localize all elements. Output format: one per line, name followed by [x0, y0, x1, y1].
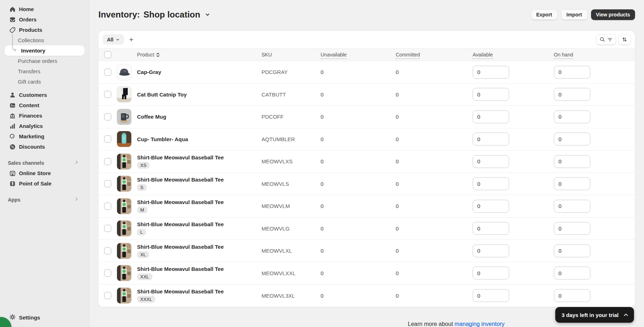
product-name[interactable]: Shirt-Blue Meowavul Baseball Tee: [137, 199, 224, 205]
column-header-available[interactable]: Available: [473, 52, 554, 58]
available-input[interactable]: [473, 88, 509, 101]
row-checkbox[interactable]: [104, 180, 111, 187]
on-hand-input[interactable]: [554, 200, 590, 213]
available-input[interactable]: [473, 289, 509, 302]
sidebar-item-collections[interactable]: Collections: [5, 35, 84, 45]
on-hand-input[interactable]: [554, 133, 590, 145]
available-input[interactable]: [473, 244, 509, 257]
row-checkbox[interactable]: [104, 247, 111, 254]
sidebar-item-label: Finances: [19, 113, 42, 119]
on-hand-input[interactable]: [554, 267, 590, 279]
sidebar-section-sales-channels[interactable]: Sales channels: [5, 158, 84, 168]
available-input[interactable]: [473, 267, 509, 279]
product-name[interactable]: Cup- Tumbler- Aqua: [137, 136, 188, 142]
trial-banner[interactable]: 3 days left in your trial: [555, 307, 634, 323]
sidebar-item-label: Inventory: [21, 48, 45, 54]
sidebar-item-transfers[interactable]: Transfers: [5, 66, 84, 76]
on-hand-input[interactable]: [554, 222, 590, 235]
available-input[interactable]: [473, 177, 509, 190]
sidebar-item-online-store[interactable]: Online Store: [5, 168, 84, 178]
sidebar-item-home[interactable]: Home: [5, 4, 84, 14]
select-all-checkbox[interactable]: [104, 51, 111, 58]
sidebar-item-label: Gift cards: [18, 79, 41, 85]
filter-icon: [607, 37, 613, 43]
export-button[interactable]: Export: [531, 9, 557, 20]
sidebar-item-gift-cards[interactable]: Gift cards: [5, 76, 84, 87]
product-name[interactable]: Shirt-Blue Meowavul Baseball Tee: [137, 244, 224, 250]
row-checkbox[interactable]: [104, 69, 111, 76]
on-hand-input[interactable]: [554, 110, 590, 123]
row-checkbox[interactable]: [104, 203, 111, 210]
on-hand-input[interactable]: [554, 244, 590, 257]
sidebar-item-content[interactable]: Content: [5, 100, 84, 110]
sidebar-item-label: Marketing: [19, 133, 44, 139]
point-of-sale-icon: [9, 180, 16, 187]
main-content: Inventory: Shop location Export Import V…: [89, 0, 644, 327]
row-checkbox[interactable]: [104, 91, 111, 98]
sidebar-item-point-of-sale[interactable]: Point of Sale: [5, 178, 84, 189]
row-checkbox[interactable]: [104, 292, 111, 299]
available-input[interactable]: [473, 222, 509, 235]
sidebar-item-discounts[interactable]: Discounts: [5, 142, 84, 152]
available-input[interactable]: [473, 200, 509, 213]
column-header-unavailable[interactable]: Unavailable: [321, 52, 396, 58]
product-name[interactable]: Shirt-Blue Meowavul Baseball Tee: [137, 221, 224, 227]
view-products-button[interactable]: View products: [591, 9, 635, 20]
sidebar-item-marketing[interactable]: Marketing: [5, 131, 84, 142]
sidebar-item-orders[interactable]: Orders: [5, 14, 84, 25]
unavailable-value: 0: [321, 226, 396, 232]
coffee-mug-thumbnail: [117, 109, 131, 125]
tumbler-thumbnail: [117, 131, 131, 147]
chevron-down-icon[interactable]: [205, 12, 210, 18]
page-header: Inventory: Shop location Export Import V…: [98, 8, 635, 21]
product-name[interactable]: Coffee Mug: [137, 114, 166, 120]
sort-direction-icon: [156, 52, 160, 58]
sidebar-item-products[interactable]: Products: [5, 25, 84, 35]
sidebar-item-settings[interactable]: Settings: [5, 312, 84, 323]
products-icon: [9, 26, 16, 34]
row-checkbox[interactable]: [104, 269, 111, 277]
available-input[interactable]: [473, 133, 509, 145]
sidebar-item-label: Customers: [19, 92, 47, 98]
committed-value: 0: [396, 136, 473, 142]
available-input[interactable]: [473, 155, 509, 168]
product-name[interactable]: Shirt-Blue Meowavul Baseball Tee: [137, 288, 224, 294]
on-hand-input[interactable]: [554, 88, 590, 101]
product-name[interactable]: Cap-Gray: [137, 69, 161, 75]
sidebar-item-inventory[interactable]: Inventory: [5, 45, 84, 56]
import-button[interactable]: Import: [561, 9, 587, 20]
row-checkbox[interactable]: [104, 113, 111, 120]
on-hand-input[interactable]: [554, 66, 590, 79]
row-checkbox[interactable]: [104, 158, 111, 165]
row-checkbox[interactable]: [104, 135, 111, 143]
column-header-committed[interactable]: Committed: [396, 52, 473, 58]
sidebar-item-analytics[interactable]: Analytics: [5, 121, 84, 131]
sort-button[interactable]: [618, 34, 631, 45]
available-input[interactable]: [473, 66, 509, 79]
product-name[interactable]: Cat Butt Catnip Toy: [137, 91, 187, 98]
on-hand-input[interactable]: [554, 155, 590, 168]
product-name[interactable]: Shirt-Blue Meowavul Baseball Tee: [137, 266, 224, 272]
on-hand-input[interactable]: [554, 177, 590, 190]
sidebar-item-customers[interactable]: Customers: [5, 90, 84, 100]
row-checkbox[interactable]: [104, 225, 111, 232]
product-name[interactable]: Shirt-Blue Meowavul Baseball Tee: [137, 154, 224, 160]
available-input[interactable]: [473, 110, 509, 123]
sidebar-item-finances[interactable]: Finances: [5, 110, 84, 121]
sidebar-section-apps[interactable]: Apps: [5, 194, 84, 205]
unavailable-value: 0: [321, 158, 396, 164]
on-hand-input[interactable]: [554, 289, 590, 302]
managing-inventory-link[interactable]: managing inventory: [455, 321, 505, 327]
search-filter-button[interactable]: [596, 34, 616, 45]
product-name[interactable]: Shirt-Blue Meowavul Baseball Tee: [137, 177, 224, 183]
add-view-button[interactable]: [126, 34, 137, 45]
shirt-thumbnail: [117, 198, 131, 214]
sidebar-item-label: Orders: [19, 16, 36, 23]
column-header-product[interactable]: Product: [137, 52, 262, 58]
finances-icon: [9, 112, 16, 119]
committed-value: 0: [396, 293, 473, 299]
variant-badge: XL: [137, 251, 149, 258]
column-header-on-hand[interactable]: On hand: [554, 52, 629, 58]
tab-all[interactable]: All: [103, 34, 124, 45]
sidebar-item-purchase-orders[interactable]: Purchase orders: [5, 56, 84, 66]
